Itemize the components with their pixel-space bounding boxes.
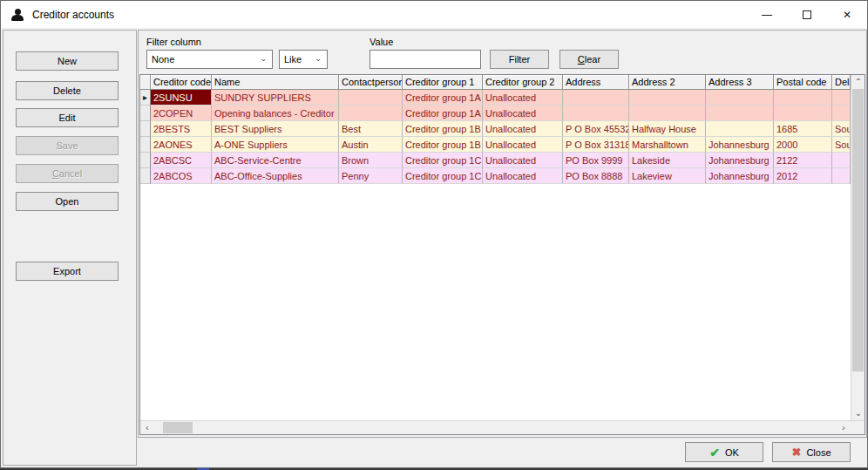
column-header[interactable]: Deli [832, 75, 851, 90]
grid-cell[interactable]: Sou [832, 121, 851, 137]
row-selector[interactable]: ▸ [140, 90, 151, 106]
grid-cell[interactable]: Opening balances - Creditor [212, 106, 339, 121]
grid-corner-cell[interactable] [140, 75, 151, 90]
grid-cell[interactable]: ABC-Service-Centre [212, 153, 339, 168]
column-header[interactable]: Address 2 [629, 75, 706, 90]
grid-cell[interactable]: Johannesburg [706, 168, 774, 184]
grid-cell[interactable]: 1685 [774, 121, 832, 137]
grid-cell[interactable]: Unallocated [483, 168, 563, 184]
grid-cell[interactable] [832, 90, 851, 106]
grid-cell[interactable]: P O Box 31318 [563, 137, 629, 153]
grid-cell[interactable] [832, 153, 851, 168]
delete-button[interactable]: Delete [16, 81, 119, 100]
scroll-up-button[interactable]: ⌃ [851, 75, 865, 89]
new-button[interactable]: New [16, 51, 119, 71]
grid-cell[interactable]: Unallocated [483, 137, 563, 153]
row-selector[interactable] [140, 168, 151, 184]
column-header[interactable]: Address [563, 75, 629, 90]
column-header[interactable]: Contactperson [339, 75, 403, 90]
grid-cell[interactable]: 2COPEN [151, 106, 212, 121]
table-row[interactable]: ▸2SUNSUSUNDRY SUPPLIERSCreditor group 1A… [140, 90, 851, 106]
horizontal-scroll-track[interactable] [154, 421, 837, 434]
grid-cell[interactable] [339, 90, 403, 106]
edit-button[interactable]: Edit [16, 108, 119, 127]
filter-operator-select[interactable]: Like ⌄ [279, 50, 328, 69]
grid-cell[interactable] [774, 90, 832, 106]
vertical-scroll-track[interactable] [851, 89, 865, 406]
grid-cell[interactable]: 2000 [774, 137, 832, 153]
grid-cell[interactable]: Creditor group 1C [403, 168, 483, 184]
grid-cell[interactable]: BEST Suppliers [212, 121, 339, 137]
vertical-scrollbar[interactable]: ⌃ ⌄ [851, 75, 865, 420]
grid-cell[interactable] [563, 106, 629, 121]
grid-cell[interactable] [832, 168, 851, 184]
grid-cell[interactable]: 2122 [774, 153, 832, 168]
grid-cell[interactable]: 2ABCOS [151, 168, 212, 184]
grid-cell[interactable]: Best [339, 121, 403, 137]
table-row[interactable]: 2ABCSCABC-Service-CentreBrownCreditor gr… [140, 153, 851, 168]
grid-cell[interactable]: Halfway House [629, 121, 706, 137]
grid-cell[interactable] [563, 90, 629, 106]
vertical-scroll-thumb[interactable] [852, 89, 864, 371]
open-button[interactable]: Open [16, 192, 119, 211]
grid-cell[interactable] [629, 106, 706, 121]
scroll-right-button[interactable]: › [837, 421, 851, 435]
grid-cell[interactable]: PO Box 8888 [563, 168, 629, 184]
column-header[interactable]: Creditor group 1 [403, 75, 483, 90]
column-header[interactable]: Name [212, 75, 339, 90]
column-header[interactable]: Creditor group 2 [483, 75, 563, 90]
grid-cell[interactable]: Lakeview [629, 168, 706, 184]
table-row[interactable]: 2COPENOpening balances - CreditorCredito… [140, 106, 851, 121]
minimize-button[interactable]: — [747, 1, 787, 28]
grid-cell[interactable] [706, 121, 774, 137]
grid-cell[interactable] [706, 106, 774, 121]
close-dialog-button[interactable]: ✖ Close [772, 442, 851, 462]
grid-cell[interactable]: P O Box 45532 [563, 121, 629, 137]
table-row[interactable]: 2ABCOSABC-Office-SuppliesPennyCreditor g… [140, 168, 851, 184]
grid-cell[interactable]: Lakeside [629, 153, 706, 168]
grid-cell[interactable] [832, 106, 851, 121]
save-button[interactable]: Save [16, 136, 119, 155]
grid-cell[interactable]: A-ONE Suppliers [212, 137, 339, 153]
grid-cell[interactable]: Creditor group 1B [403, 121, 483, 137]
grid-cell[interactable] [339, 106, 403, 121]
row-selector[interactable] [140, 106, 151, 121]
grid-cell[interactable]: Unallocated [483, 90, 563, 106]
grid-cell[interactable]: Unallocated [483, 153, 563, 168]
grid-cell[interactable]: Unallocated [483, 106, 563, 121]
filter-column-select[interactable]: None ⌄ [146, 50, 273, 69]
grid-cell[interactable]: Creditor group 1C [403, 153, 483, 168]
grid-cell[interactable]: Creditor group 1A [403, 90, 483, 106]
ok-button[interactable]: ✔ OK [685, 442, 763, 462]
grid-cell[interactable]: Johannesburg [706, 153, 774, 168]
grid-cell[interactable]: Creditor group 1A [403, 106, 483, 121]
grid-cell[interactable]: ABC-Office-Supplies [212, 168, 339, 184]
grid-cell[interactable]: 2ABCSC [151, 153, 212, 168]
grid-cell[interactable]: 2SUNSU [151, 90, 212, 106]
export-button[interactable]: Export [16, 262, 119, 281]
row-selector[interactable] [140, 137, 151, 153]
grid-cell[interactable]: Sou [832, 137, 851, 153]
row-selector[interactable] [140, 153, 151, 168]
grid-cell[interactable]: Marshalltown [629, 137, 706, 153]
grid-cell[interactable]: Penny [339, 168, 403, 184]
grid-cell[interactable]: 2012 [774, 168, 832, 184]
grid-cell[interactable] [629, 90, 706, 106]
filter-button[interactable]: Filter [490, 50, 549, 69]
grid-cell[interactable]: 2AONES [151, 137, 212, 153]
table-row[interactable]: 2BESTSBEST SuppliersBestCreditor group 1… [140, 121, 851, 137]
scroll-down-button[interactable]: ⌄ [851, 406, 865, 420]
cancel-button[interactable]: Cancel [16, 164, 119, 183]
column-header[interactable]: Postal code [774, 75, 832, 90]
column-header[interactable]: Creditor code [151, 75, 212, 90]
horizontal-scroll-thumb[interactable] [163, 422, 193, 433]
grid-cell[interactable] [706, 90, 774, 106]
scroll-left-button[interactable]: ‹ [140, 421, 154, 435]
grid-cell[interactable]: PO Box 9999 [563, 153, 629, 168]
clear-button[interactable]: Clear [559, 50, 619, 69]
table-row[interactable]: 2AONESA-ONE SuppliersAustinCreditor grou… [140, 137, 851, 153]
grid-cell[interactable]: Unallocated [483, 121, 563, 137]
grid-cell[interactable]: Creditor group 1B [403, 137, 483, 153]
horizontal-scrollbar[interactable]: ‹ › [140, 420, 865, 434]
close-button[interactable]: ✕ [827, 1, 867, 28]
